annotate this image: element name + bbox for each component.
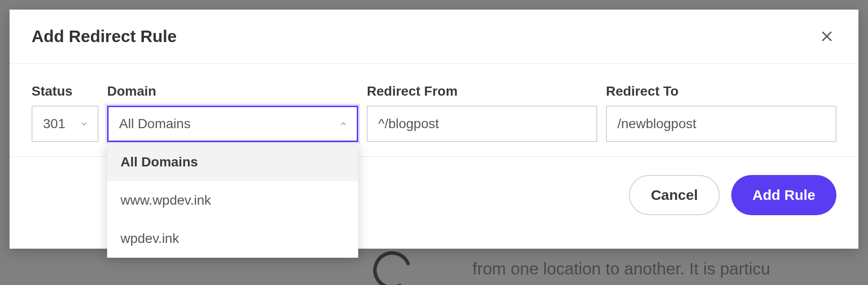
domain-option[interactable]: www.wpdev.ink bbox=[107, 181, 358, 219]
domain-dropdown: All Domains www.wpdev.ink wpdev.ink bbox=[107, 143, 358, 258]
background-text-line: for preventing 404 errors on your websit bbox=[472, 283, 769, 285]
modal-body: Status 301 Domain All Domains All Domain… bbox=[10, 64, 858, 157]
status-select[interactable]: 301 bbox=[32, 106, 99, 142]
close-icon bbox=[820, 30, 834, 43]
modal-title: Add Redirect Rule bbox=[32, 27, 176, 46]
status-field: Status 301 bbox=[32, 84, 99, 142]
chevron-down-icon bbox=[79, 119, 89, 129]
domain-select[interactable]: All Domains bbox=[107, 106, 358, 142]
cancel-button[interactable]: Cancel bbox=[629, 175, 720, 215]
add-rule-button[interactable]: Add Rule bbox=[731, 175, 836, 215]
redirect-to-label: Redirect To bbox=[606, 84, 836, 99]
status-value: 301 bbox=[43, 116, 66, 132]
redirect-from-field: Redirect From bbox=[367, 84, 597, 142]
background-text-line: from one location to another. It is part… bbox=[472, 255, 770, 282]
status-label: Status bbox=[32, 84, 99, 99]
domain-option[interactable]: wpdev.ink bbox=[107, 219, 358, 258]
modal-header: Add Redirect Rule bbox=[10, 10, 858, 64]
close-button[interactable] bbox=[817, 27, 836, 46]
domain-field: Domain All Domains All Domains www.wpdev… bbox=[107, 84, 358, 142]
redirect-to-input[interactable] bbox=[606, 106, 836, 142]
svg-point-0 bbox=[371, 249, 414, 285]
domain-label: Domain bbox=[107, 84, 358, 99]
domain-value: All Domains bbox=[119, 116, 190, 132]
redirect-to-field: Redirect To bbox=[606, 84, 836, 142]
add-redirect-modal: Add Redirect Rule Status 301 Domain All … bbox=[10, 10, 858, 249]
chevron-up-icon bbox=[339, 119, 348, 129]
domain-option[interactable]: All Domains bbox=[107, 143, 358, 181]
redirect-from-label: Redirect From bbox=[367, 84, 597, 99]
loading-spinner bbox=[371, 249, 414, 285]
redirect-from-input[interactable] bbox=[367, 106, 597, 142]
